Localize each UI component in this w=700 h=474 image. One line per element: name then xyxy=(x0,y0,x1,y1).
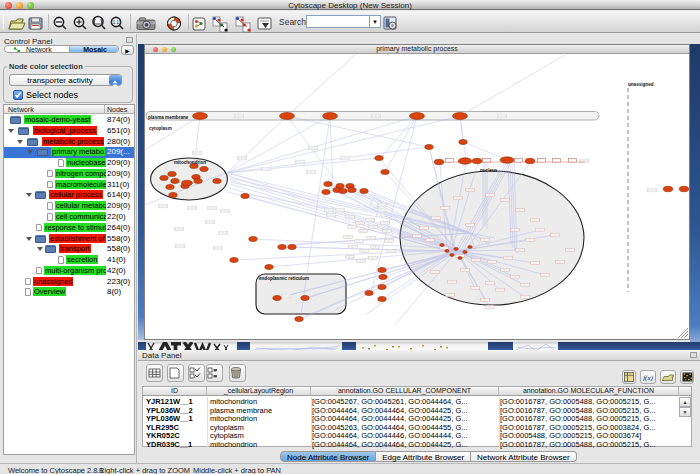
svg-text:1:1: 1:1 xyxy=(113,20,120,25)
svg-text:endoplasmic reticulum: endoplasmic reticulum xyxy=(259,276,309,281)
svg-text:unassigned: unassigned xyxy=(628,82,654,87)
svg-text:f(x): f(x) xyxy=(643,374,653,382)
svg-text:plasma membrane: plasma membrane xyxy=(148,115,189,120)
svg-text:cytoplasm: cytoplasm xyxy=(149,126,172,131)
svg-text:nucleus: nucleus xyxy=(480,168,498,173)
svg-text:mitochondrion: mitochondrion xyxy=(174,160,206,165)
